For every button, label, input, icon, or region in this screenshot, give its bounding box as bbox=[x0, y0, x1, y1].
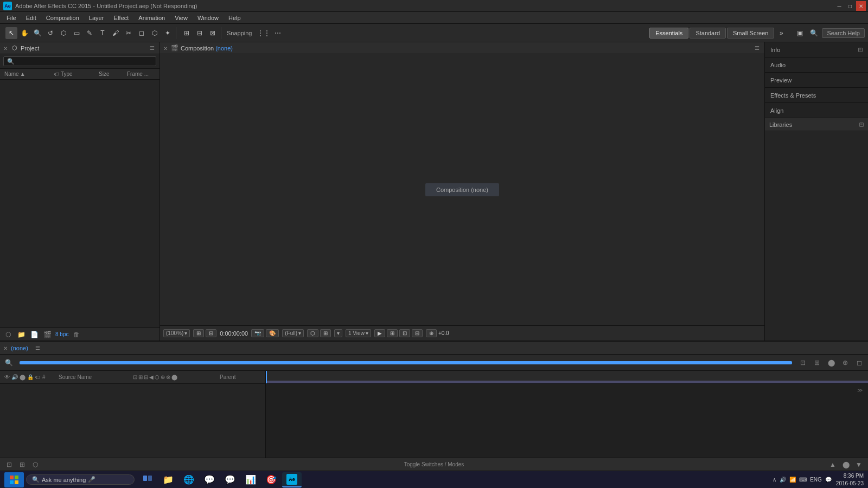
tool-hand[interactable]: ✋ bbox=[18, 27, 30, 39]
comp-panel-menu[interactable]: ☰ bbox=[752, 44, 761, 53]
comp-region-btn[interactable]: ⊟ bbox=[206, 329, 216, 337]
col-header-type[interactable]: 🏷 Type bbox=[52, 71, 95, 77]
snapshot-btn[interactable]: 📷 bbox=[251, 329, 264, 337]
channels-dropdown[interactable]: ▾ bbox=[334, 329, 342, 337]
comp-fit-btn[interactable]: ⊞ bbox=[193, 329, 204, 337]
minimize-button[interactable]: ─ bbox=[834, 1, 844, 11]
toolbar-camera[interactable]: ▣ bbox=[794, 27, 806, 39]
taskbar-chrome[interactable]: 🌐 bbox=[179, 472, 199, 487]
tool-roto[interactable]: ⬡ bbox=[149, 27, 161, 39]
menu-window[interactable]: Window bbox=[193, 14, 223, 22]
info-expand-btn[interactable]: ≡ bbox=[858, 48, 863, 52]
tool-rotate[interactable]: ↺ bbox=[44, 27, 56, 39]
menu-layer[interactable]: Layer bbox=[85, 14, 108, 22]
tool-align-center[interactable]: ⊟ bbox=[194, 27, 206, 39]
timeline-footer-btn1[interactable]: ⊡ bbox=[4, 460, 14, 470]
snap-to[interactable]: ⋯ bbox=[272, 27, 284, 39]
render-btn4[interactable]: ⊟ bbox=[412, 329, 423, 337]
restore-button[interactable]: □ bbox=[845, 1, 855, 11]
menu-help[interactable]: Help bbox=[224, 14, 245, 22]
taskbar-skype2[interactable]: 💬 bbox=[220, 472, 240, 487]
taskbar-chevron[interactable]: ∧ bbox=[773, 477, 776, 483]
menu-composition[interactable]: Composition bbox=[42, 14, 84, 22]
menu-file[interactable]: File bbox=[2, 14, 21, 22]
workspace-essentials[interactable]: Essentials bbox=[649, 28, 688, 38]
timeline-search-btn[interactable]: 🔍 bbox=[3, 357, 14, 368]
tool-puppet[interactable]: ✦ bbox=[162, 27, 174, 39]
taskbar-search-box[interactable]: 🔍 Ask me anything 🎤 bbox=[26, 474, 135, 485]
comp-panel-close[interactable]: ✕ bbox=[163, 46, 169, 51]
taskbar-task-view[interactable] bbox=[138, 472, 157, 487]
workspace-small-screen[interactable]: Small Screen bbox=[727, 28, 774, 38]
tool-align-left[interactable]: ⊞ bbox=[181, 27, 193, 39]
project-panel-close[interactable]: ✕ bbox=[3, 46, 9, 51]
tool-zoom[interactable]: 🔍 bbox=[31, 27, 43, 39]
timeline-ctrl4[interactable]: ⊕ bbox=[840, 357, 851, 368]
timeline-ctrl3[interactable]: ⬤ bbox=[826, 357, 837, 368]
project-search-input[interactable] bbox=[3, 56, 156, 66]
timeline-footer-btn5[interactable]: ⬤ bbox=[841, 460, 851, 470]
timeline-work-area[interactable] bbox=[266, 381, 868, 384]
show-snapshot-btn[interactable]: 🎨 bbox=[266, 329, 279, 337]
render-btn1[interactable]: ▶ bbox=[374, 329, 385, 337]
views-dropdown[interactable]: 1 View ▾ bbox=[346, 329, 371, 337]
transparency-btn[interactable]: ⬡ bbox=[307, 329, 318, 337]
toolbar-search-toggle[interactable]: 🔍 bbox=[808, 27, 820, 39]
taskbar-clock[interactable]: 8:36 PM 2016-05-23 bbox=[836, 472, 864, 487]
col-header-size[interactable]: Size bbox=[97, 71, 124, 77]
taskbar-skype1[interactable]: 💬 bbox=[200, 472, 219, 487]
quality-dropdown[interactable]: (Full) ▾ bbox=[282, 329, 304, 337]
start-button[interactable] bbox=[4, 472, 24, 487]
close-button[interactable]: ✕ bbox=[856, 1, 866, 11]
tool-text[interactable]: T bbox=[97, 27, 108, 39]
timeline-footer-btn6[interactable]: ▼ bbox=[854, 460, 864, 470]
taskbar-file-explorer[interactable]: 📁 bbox=[158, 472, 178, 487]
render-btn3[interactable]: ⊡ bbox=[399, 329, 410, 337]
workspace-more[interactable]: » bbox=[775, 27, 787, 39]
menu-view[interactable]: View bbox=[170, 14, 192, 22]
timeline-ctrl2[interactable]: ⊞ bbox=[812, 357, 822, 368]
taskbar-aftereffects[interactable]: Ae bbox=[282, 472, 302, 487]
tool-rect[interactable]: ▭ bbox=[71, 27, 82, 39]
taskbar-lang[interactable]: ENG bbox=[810, 477, 822, 483]
grid-btn[interactable]: ⊞ bbox=[320, 329, 331, 337]
audio-panel-header[interactable]: Audio bbox=[765, 57, 868, 73]
timeline-footer-btn4[interactable]: ▲ bbox=[828, 460, 838, 470]
menu-effect[interactable]: Effect bbox=[109, 14, 133, 22]
effects-presets-panel-header[interactable]: Effects & Presets bbox=[765, 88, 868, 103]
project-panel-menu[interactable]: ☰ bbox=[148, 44, 156, 53]
taskbar-keyboard-icon[interactable]: ⌨ bbox=[799, 477, 807, 483]
menu-edit[interactable]: Edit bbox=[22, 14, 41, 22]
menu-animation[interactable]: Animation bbox=[134, 14, 169, 22]
footer-folder[interactable]: 📁 bbox=[16, 330, 26, 339]
preview-panel-header[interactable]: Preview bbox=[765, 73, 868, 88]
footer-footage[interactable]: 📄 bbox=[29, 330, 39, 339]
render-btn2[interactable]: ⊞ bbox=[387, 329, 398, 337]
taskbar-network-icon[interactable]: 📶 bbox=[789, 477, 796, 483]
tool-eraser[interactable]: ◻ bbox=[136, 27, 148, 39]
timeline-ctrl1[interactable]: ⊡ bbox=[797, 357, 808, 368]
timeline-footer-btn2[interactable]: ⊞ bbox=[17, 460, 27, 470]
tool-clone[interactable]: ✂ bbox=[123, 27, 135, 39]
libraries-expand-btn[interactable]: ≡ bbox=[859, 123, 864, 127]
col-header-frame[interactable]: Frame ... bbox=[125, 71, 157, 77]
tool-pen[interactable]: ✎ bbox=[84, 27, 95, 39]
offset-btn[interactable]: ⊕ bbox=[426, 329, 437, 337]
workspace-standard[interactable]: Standard bbox=[690, 28, 726, 38]
snapping-toggle[interactable]: ⋮⋮ bbox=[258, 27, 270, 39]
info-panel-header[interactable]: Info ≡ bbox=[765, 42, 868, 57]
tool-unified[interactable]: ⬡ bbox=[58, 27, 69, 39]
search-help-box[interactable]: Search Help bbox=[822, 28, 865, 38]
timeline-playhead[interactable] bbox=[266, 371, 267, 383]
taskbar-other[interactable]: 🎯 bbox=[261, 472, 281, 487]
tool-select[interactable]: ↖ bbox=[5, 27, 17, 39]
footer-trash[interactable]: 🗑 bbox=[72, 330, 81, 339]
timeline-expand-btn[interactable]: ≫ bbox=[857, 387, 865, 393]
align-panel-header[interactable]: Align bbox=[765, 103, 868, 118]
footer-interpret[interactable]: ⬡ bbox=[3, 330, 13, 339]
timeline-panel-menu[interactable]: ☰ bbox=[34, 344, 42, 352]
libraries-panel-header[interactable]: Libraries ≡ bbox=[765, 118, 868, 131]
timeline-ctrl5[interactable]: ◻ bbox=[854, 357, 865, 368]
taskbar-powerpoint[interactable]: 📊 bbox=[241, 472, 260, 487]
footer-comp[interactable]: 🎬 bbox=[42, 330, 52, 339]
